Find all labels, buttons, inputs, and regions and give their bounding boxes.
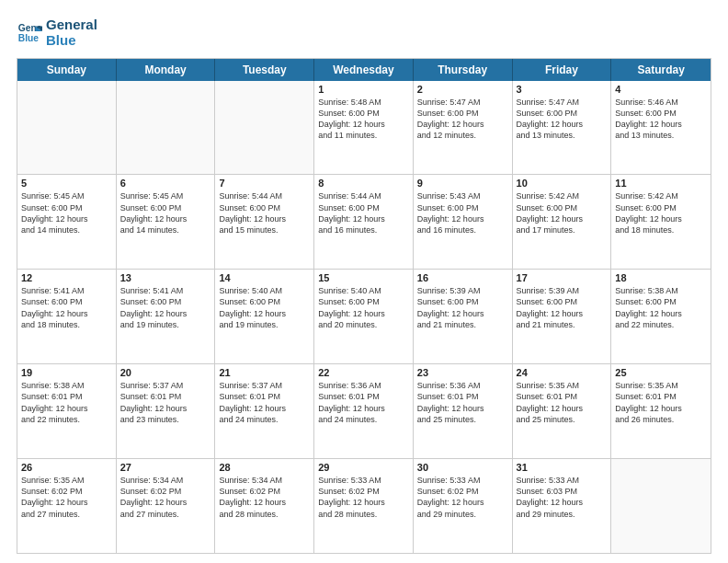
cell-line: and 16 minutes. [318, 224, 409, 236]
calendar-body: 1Sunrise: 5:48 AMSunset: 6:00 PMDaylight… [17, 81, 711, 554]
cell-line: Sunset: 6:02 PM [318, 486, 409, 497]
calendar-cell: 19Sunrise: 5:38 AMSunset: 6:01 PMDayligh… [17, 364, 117, 458]
svg-text:Blue: Blue [18, 34, 40, 44]
cell-line: and 19 minutes. [120, 319, 211, 330]
cell-line: Sunrise: 5:46 AM [615, 97, 707, 108]
cell-line: Sunrise: 5:44 AM [219, 190, 310, 201]
day-number: 21 [219, 367, 310, 378]
cell-line: Daylight: 12 hours [219, 308, 310, 319]
day-number: 18 [615, 272, 707, 283]
cell-line: and 22 minutes. [21, 414, 112, 425]
day-number: 19 [21, 367, 112, 378]
cell-line: Daylight: 12 hours [318, 308, 409, 319]
day-number: 29 [318, 462, 409, 473]
calendar-cell: 10Sunrise: 5:42 AMSunset: 6:00 PMDayligh… [513, 175, 612, 269]
cell-line: Sunset: 6:00 PM [21, 296, 112, 307]
calendar-cell: 17Sunrise: 5:39 AMSunset: 6:00 PMDayligh… [513, 270, 612, 363]
cell-line: Daylight: 12 hours [517, 308, 608, 319]
cell-line: Daylight: 12 hours [417, 119, 508, 130]
day-number: 11 [615, 178, 707, 189]
cell-line: Sunset: 6:00 PM [318, 108, 409, 119]
cell-line: Sunrise: 5:40 AM [318, 285, 409, 296]
cell-line: Daylight: 12 hours [318, 403, 409, 414]
cell-line: Sunset: 6:02 PM [120, 486, 211, 497]
cell-line: Daylight: 12 hours [318, 119, 409, 130]
cell-line: Daylight: 12 hours [21, 213, 112, 224]
cell-line: Sunrise: 5:43 AM [417, 190, 508, 201]
cell-line: Sunrise: 5:37 AM [120, 380, 211, 391]
cell-line: Sunrise: 5:41 AM [120, 285, 211, 296]
cell-line: Sunrise: 5:35 AM [517, 380, 608, 391]
calendar-cell: 1Sunrise: 5:48 AMSunset: 6:00 PMDaylight… [314, 81, 414, 175]
cell-line: Sunrise: 5:36 AM [417, 380, 508, 391]
cell-line: and 18 minutes. [21, 319, 112, 330]
cell-line: Daylight: 12 hours [615, 308, 707, 319]
cell-line: and 14 minutes. [120, 224, 211, 236]
cell-line: Sunrise: 5:38 AM [615, 285, 707, 296]
page: General Blue General Blue SundayMondayTu… [0, 0, 728, 563]
cell-line: and 24 minutes. [318, 414, 409, 425]
cell-line: Daylight: 12 hours [318, 213, 409, 224]
calendar-cell: 12Sunrise: 5:41 AMSunset: 6:00 PMDayligh… [17, 270, 117, 363]
calendar-day-header: Sunday [17, 59, 117, 81]
cell-line: Daylight: 12 hours [120, 213, 211, 224]
calendar-cell: 21Sunrise: 5:37 AMSunset: 6:01 PMDayligh… [215, 364, 314, 458]
cell-line: and 17 minutes. [517, 224, 608, 236]
calendar-cell: 6Sunrise: 5:45 AMSunset: 6:00 PMDaylight… [117, 175, 216, 269]
calendar-day-header: Tuesday [215, 59, 314, 81]
cell-line: and 25 minutes. [417, 414, 508, 425]
calendar-cell: 29Sunrise: 5:33 AMSunset: 6:02 PMDayligh… [314, 459, 414, 553]
day-number: 16 [417, 272, 508, 283]
cell-line: Sunrise: 5:48 AM [318, 97, 409, 108]
calendar-week-row: 1Sunrise: 5:48 AMSunset: 6:00 PMDaylight… [17, 81, 711, 176]
cell-line: and 14 minutes. [21, 224, 112, 236]
cell-line: Sunset: 6:01 PM [21, 391, 112, 402]
calendar-cell: 13Sunrise: 5:41 AMSunset: 6:00 PMDayligh… [117, 270, 216, 363]
cell-line: Sunset: 6:02 PM [417, 486, 508, 497]
cell-line: Sunrise: 5:33 AM [517, 475, 608, 486]
day-number: 15 [318, 272, 409, 283]
cell-line: Daylight: 12 hours [615, 213, 707, 224]
cell-line: Daylight: 12 hours [517, 119, 608, 130]
cell-line: and 26 minutes. [615, 414, 707, 425]
cell-line: Sunset: 6:00 PM [120, 202, 211, 213]
cell-line: Sunrise: 5:44 AM [318, 190, 409, 201]
cell-line: Sunset: 6:00 PM [517, 296, 608, 307]
cell-line: Sunset: 6:01 PM [417, 391, 508, 402]
calendar-cell: 20Sunrise: 5:37 AMSunset: 6:01 PMDayligh… [117, 364, 216, 458]
cell-line: Sunset: 6:00 PM [417, 296, 508, 307]
day-number: 14 [219, 272, 310, 283]
day-number: 2 [417, 84, 508, 95]
cell-line: and 18 minutes. [615, 224, 707, 236]
calendar-day-header: Wednesday [314, 59, 414, 81]
day-number: 10 [517, 178, 608, 189]
cell-line: Sunset: 6:03 PM [517, 486, 608, 497]
cell-line: Sunset: 6:00 PM [615, 108, 707, 119]
calendar-week-row: 19Sunrise: 5:38 AMSunset: 6:01 PMDayligh… [17, 364, 711, 459]
cell-line: and 28 minutes. [219, 509, 310, 520]
logo: General Blue General Blue [17, 17, 97, 49]
cell-line: Daylight: 12 hours [219, 497, 310, 508]
calendar-cell: 25Sunrise: 5:35 AMSunset: 6:01 PMDayligh… [611, 364, 711, 458]
logo-text-general: General [46, 17, 97, 32]
cell-line: Sunrise: 5:34 AM [120, 475, 211, 486]
cell-line: and 22 minutes. [615, 319, 707, 330]
cell-line: and 23 minutes. [120, 414, 211, 425]
cell-line: Sunrise: 5:35 AM [21, 475, 112, 486]
calendar-cell: 31Sunrise: 5:33 AMSunset: 6:03 PMDayligh… [513, 459, 612, 553]
cell-line: Sunset: 6:02 PM [21, 486, 112, 497]
calendar-week-row: 26Sunrise: 5:35 AMSunset: 6:02 PMDayligh… [17, 459, 711, 553]
day-number: 7 [219, 178, 310, 189]
cell-line: Sunset: 6:00 PM [318, 296, 409, 307]
calendar-cell: 4Sunrise: 5:46 AMSunset: 6:00 PMDaylight… [611, 81, 711, 175]
day-number: 25 [615, 367, 707, 378]
day-number: 22 [318, 367, 409, 378]
logo-text-blue: Blue [46, 32, 97, 48]
cell-line: Daylight: 12 hours [219, 403, 310, 414]
logo-icon: General Blue [17, 19, 42, 45]
cell-line: Daylight: 12 hours [517, 497, 608, 508]
day-number: 28 [219, 462, 310, 473]
calendar-cell: 26Sunrise: 5:35 AMSunset: 6:02 PMDayligh… [17, 459, 117, 553]
cell-line: Sunset: 6:00 PM [417, 202, 508, 213]
cell-line: Daylight: 12 hours [417, 308, 508, 319]
